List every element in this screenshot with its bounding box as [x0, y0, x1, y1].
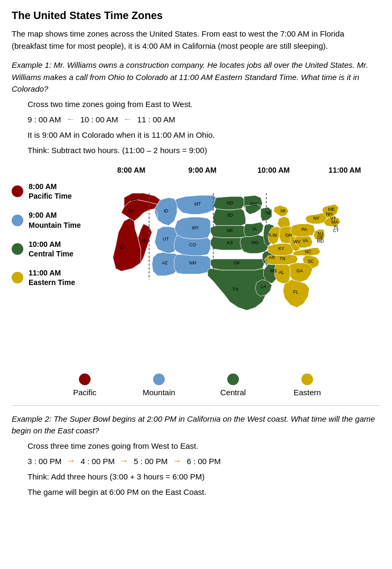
pacific-label: 8:00 AMPacific Time [29, 182, 72, 201]
bottom-text-eastern: Eastern [293, 388, 321, 397]
svg-text:OK: OK [233, 260, 240, 265]
svg-text:VA: VA [302, 238, 308, 243]
example2-text: : The Super Bowl begins at 2:00 PM in Ca… [12, 414, 375, 435]
legend-central: 10:00 AMCentral Time [12, 239, 81, 259]
time-6pm: 6 : 00 PM [187, 457, 221, 466]
example2-title: Example 2: The Super Bowl begins at 2:00… [12, 413, 380, 437]
svg-text:UT: UT [163, 236, 168, 242]
svg-text:MT: MT [194, 201, 201, 207]
time-3pm: 3 : 00 PM [28, 457, 61, 466]
bottom-label-pacific: Pacific [48, 374, 122, 397]
svg-text:SD: SD [227, 212, 233, 218]
example1-text: : Mr. Williams owns a construction compa… [12, 60, 368, 93]
map-time-10am: 10:00 AM [238, 166, 309, 174]
map-section: 8:00 AMPacific Time 9:00 AMMountain Time… [12, 166, 380, 397]
map-times-header: 8:00 AM 9:00 AM 10:00 AM 11:00 AM [91, 166, 380, 174]
example2-block: Example 2: The Super Bowl begins at 2:00… [12, 413, 380, 499]
example1-times: 9 : 00 AM ← 10 : 00 AM ← 11 : 00 AM [28, 114, 380, 124]
svg-text:ID: ID [163, 208, 167, 214]
bottom-label-central: Central [196, 374, 270, 397]
svg-text:AZ: AZ [162, 260, 167, 265]
example1-think: Think: Subtract two hours. (11:00 – 2 ho… [28, 145, 380, 157]
svg-text:AR: AR [269, 255, 275, 260]
example2-think: Think: Add three hours (3:00 + 3 hours =… [28, 471, 380, 483]
arrow-left-1: ← [66, 114, 75, 124]
example1-label: Example 1 [12, 60, 49, 69]
time-5pm: 5 : 00 PM [133, 457, 167, 466]
time-11am: 11 : 00 AM [137, 115, 175, 124]
example2-cross: Cross three time zones going from West t… [28, 440, 380, 452]
svg-text:WA: WA [130, 198, 138, 203]
bottom-text-mountain: Mountain [142, 388, 175, 397]
svg-text:OR: OR [127, 208, 134, 214]
bottom-label-eastern: Eastern [270, 374, 344, 397]
svg-text:CT: CT [333, 228, 338, 233]
svg-text:SC: SC [308, 259, 314, 264]
svg-text:PA: PA [301, 227, 307, 232]
svg-text:WV: WV [293, 239, 300, 244]
us-map-svg: CA OR WA NV ID MT WY UT CO AZ NM ND SD N… [91, 176, 380, 366]
time-9am: 9 : 00 AM [28, 115, 61, 124]
pacific-dot [12, 185, 23, 197]
arrow-right-2: → [120, 456, 128, 466]
example2-times: 3 : 00 PM → 4 : 00 PM → 5 : 00 PM → 6 : … [28, 456, 380, 466]
svg-text:ND: ND [227, 200, 233, 206]
svg-text:NV: NV [141, 238, 148, 243]
bottom-dot-mountain [153, 374, 165, 385]
svg-text:IL: IL [268, 232, 272, 237]
map-area: 8:00 AM 9:00 AM 10:00 AM 11:00 AM [91, 166, 380, 366]
example2-label: Example 2 [12, 414, 49, 423]
svg-marker-0 [113, 218, 144, 271]
svg-text:MD: MD [317, 238, 324, 244]
central-label: 10:00 AMCentral Time [29, 239, 74, 259]
time-4pm: 4 : 00 PM [81, 457, 114, 466]
svg-text:MI: MI [280, 208, 285, 214]
svg-text:NC: NC [305, 249, 311, 254]
map-time-9am: 9:00 AM [167, 166, 238, 174]
svg-text:KY: KY [278, 246, 284, 251]
bottom-text-central: Central [220, 388, 246, 397]
mountain-label: 9:00 AMMountain Time [29, 210, 81, 229]
intro-text: The map shows time zones across the Unit… [12, 28, 380, 52]
svg-text:CO: CO [189, 242, 196, 247]
legend-mountain: 9:00 AMMountain Time [12, 210, 81, 229]
bottom-dot-central [227, 374, 239, 385]
map-legend: 8:00 AMPacific Time 9:00 AMMountain Time… [12, 182, 81, 288]
section-divider [12, 405, 380, 406]
bottom-text-pacific: Pacific [73, 388, 96, 397]
svg-text:MO: MO [251, 240, 259, 245]
example1-block: Example 1: Mr. Williams owns a construct… [12, 59, 380, 156]
mountain-dot [12, 215, 23, 226]
svg-text:MN: MN [250, 201, 256, 207]
svg-text:LA: LA [261, 284, 266, 289]
svg-text:KS: KS [227, 240, 233, 245]
bottom-dot-pacific [79, 374, 91, 385]
page-title: The United States Time Zones [12, 10, 380, 22]
svg-text:FL: FL [293, 289, 298, 295]
eastern-dot [12, 272, 23, 283]
svg-text:NE: NE [227, 228, 233, 233]
svg-text:TN: TN [279, 256, 285, 261]
example1-title: Example 1: Mr. Williams owns a construct… [12, 59, 380, 95]
svg-text:MS: MS [270, 268, 277, 273]
svg-text:AL: AL [278, 270, 284, 275]
example2-result: The game will begin at 6:00 PM on the Ea… [28, 486, 380, 499]
svg-text:CA: CA [120, 245, 126, 250]
svg-text:WY: WY [192, 225, 199, 230]
arrow-right-3: → [173, 456, 182, 466]
central-dot [12, 243, 23, 255]
example1-result: It is 9:00 AM in Colorado when it is 11:… [28, 129, 380, 141]
svg-text:GA: GA [296, 268, 303, 273]
arrow-right-1: → [67, 456, 75, 466]
svg-text:NY: NY [313, 216, 319, 221]
legend-eastern: 11:00 AMEastern Time [12, 268, 81, 287]
example1-cross: Cross two time zones going from East to … [28, 99, 380, 111]
eastern-label: 11:00 AMEastern Time [29, 268, 75, 287]
svg-text:IN: IN [272, 233, 277, 238]
map-bottom-labels: Pacific Mountain Central Eastern [12, 374, 380, 397]
svg-text:OH: OH [285, 233, 292, 238]
arrow-left-2: ← [123, 114, 132, 124]
svg-text:TX: TX [233, 287, 238, 292]
time-10am: 10 : 00 AM [80, 115, 118, 124]
bottom-dot-eastern [301, 374, 313, 385]
